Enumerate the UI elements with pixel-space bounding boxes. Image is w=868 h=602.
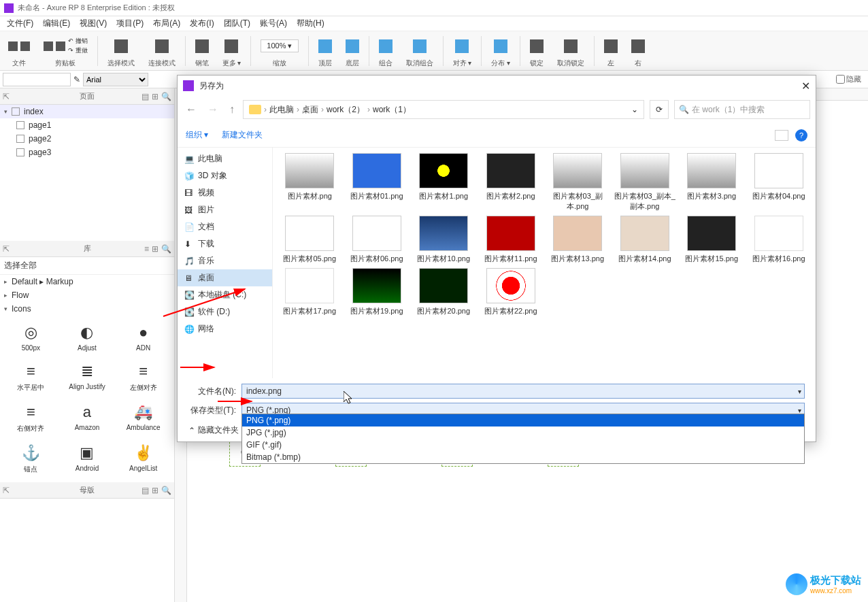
page-item-page1[interactable]: page1 [0,118,174,132]
select-mode-icon[interactable] [114,39,128,53]
filetype-option[interactable]: GIF (*.gif) [242,439,804,451]
library-filter[interactable]: 选择全部 [0,257,174,275]
back-button[interactable]: ← [183,103,199,116]
copy-icon[interactable] [56,41,65,51]
page-item-page2[interactable]: page2 [0,132,174,146]
new-icon[interactable] [8,41,18,51]
menu-account[interactable]: 账号(A) [256,16,291,31]
sidebar-item[interactable]: ⬇下载 [178,235,272,252]
sidebar-item[interactable]: 📄文档 [178,218,272,235]
style-input[interactable] [3,73,71,86]
library-icon-item[interactable]: ◎500px [4,320,58,356]
redo-button[interactable]: ↷ 重做 [68,46,88,55]
panel-collapse-icon[interactable]: ⇱ [3,486,10,495]
file-item[interactable]: 图片素材19.png [346,268,409,316]
lib-group-markup[interactable]: ▸Default ▸ Markup [0,275,174,288]
menu-help[interactable]: 帮助(H) [293,16,329,31]
lock-icon[interactable] [530,39,544,53]
library-icon-item[interactable]: ≡右侧对齐 [4,399,58,437]
pen-icon[interactable] [195,39,209,53]
help-icon[interactable]: ? [795,129,807,141]
menu-view[interactable]: 视图(V) [76,16,111,31]
hidden-checkbox[interactable] [836,75,845,84]
style-brush-icon[interactable]: ✎ [73,75,80,84]
close-button[interactable]: ✕ [801,80,810,93]
open-icon[interactable] [20,41,30,51]
search-icon[interactable]: 🔍 [161,244,171,254]
file-item[interactable]: 图片素材05.png [278,216,341,264]
file-item[interactable]: 图片素材16.png [748,216,811,264]
library-icon-item[interactable]: ⚓锚点 [4,440,58,478]
file-item[interactable]: 图片素材04.png [748,153,811,212]
file-item[interactable]: 图片素材2.png [480,153,543,212]
breadcrumb[interactable]: ›此电脑 ›桌面 ›work（2） ›work（1） ⌄ [243,100,644,119]
left-icon[interactable] [604,39,618,53]
panel-collapse-icon[interactable]: ⇱ [3,92,10,101]
new-folder-button[interactable]: 新建文件夹 [222,129,263,141]
add-page-icon[interactable]: ▤ [141,92,149,101]
lib-group-icons[interactable]: ▾Icons [0,302,174,316]
align-icon[interactable] [455,39,469,53]
file-item[interactable]: 图片素材22.png [480,268,543,316]
library-icon-item[interactable]: ≣Align Justify [61,358,114,397]
library-icon-item[interactable]: aAmazon [61,399,114,437]
lib-group-flow[interactable]: ▸Flow [0,288,174,302]
search-input[interactable]: 🔍在 work（1）中搜索 [674,100,810,119]
cut-icon[interactable] [44,41,53,51]
library-icon-item[interactable]: 🚑Ambulance [116,399,170,437]
filetype-option[interactable]: Bitmap (*.bmp) [242,451,804,463]
file-item[interactable]: 图片素材01.png [346,153,409,212]
font-select[interactable]: Arial [83,73,148,86]
file-item[interactable]: 图片素材10.png [412,216,475,264]
undo-button[interactable]: ↶ 撤销 [68,37,88,46]
file-item[interactable]: 图片素材1.png [412,153,475,212]
distribute-icon[interactable] [494,39,507,53]
menu-file[interactable]: 文件(F) [3,16,37,31]
add-folder-icon[interactable]: ⊞ [152,486,158,495]
file-item[interactable]: 图片素材03_副本_副本.png [614,153,677,212]
add-master-icon[interactable]: ▤ [141,486,149,495]
sidebar-item[interactable]: 🎵音乐 [178,252,272,269]
refresh-button[interactable]: ⟳ [650,100,669,119]
library-icon-item[interactable]: ◐Adjust [61,320,114,356]
sidebar-item[interactable]: 🖥桌面 [178,269,272,286]
up-button[interactable]: ↑ [227,103,237,116]
library-icon-item[interactable]: ▣Android [61,440,114,478]
connect-mode-icon[interactable] [155,39,169,53]
lib-menu-icon[interactable]: ≡ [144,244,149,254]
view-mode-button[interactable] [775,130,788,141]
sidebar-item[interactable]: 🖼图片 [178,201,272,218]
group-icon[interactable] [379,39,393,53]
sidebar-item[interactable]: 🌐网络 [178,320,272,337]
sidebar-item[interactable]: 💻此电脑 [178,150,272,167]
sidebar-item[interactable]: 🧊3D 对象 [178,167,272,184]
organize-button[interactable]: 组织 ▾ [186,129,208,141]
file-item[interactable]: 图片素材06.png [346,216,409,264]
file-item[interactable]: 图片素材3.png [680,153,744,212]
library-icon-item[interactable]: ✌AngelList [116,440,170,478]
menu-publish[interactable]: 发布(I) [186,16,218,31]
sidebar-item[interactable]: 🎞视频 [178,184,272,201]
file-item[interactable]: 图片素材13.png [546,216,610,264]
zoom-combo[interactable]: 100% ▾ [261,39,298,52]
filename-input[interactable]: index.png▾ [241,384,805,399]
library-icon-item[interactable]: ≡水平居中 [4,358,58,397]
menu-edit[interactable]: 编辑(E) [39,16,74,31]
ungroup-icon[interactable] [413,39,427,53]
add-lib-icon[interactable]: ⊞ [152,244,158,254]
file-item[interactable]: 图片素材11.png [480,216,543,264]
unlock-icon[interactable] [564,39,578,53]
file-item[interactable]: 图片素材20.png [412,268,475,316]
file-item[interactable]: 图片素材.png [278,153,341,212]
panel-collapse-icon[interactable]: ⇱ [3,244,10,254]
library-icon-item[interactable]: ≡左侧对齐 [116,358,170,397]
bottom-icon[interactable] [346,39,359,53]
library-icon-item[interactable]: ●ADN [116,320,170,356]
page-item-index[interactable]: ▾index [0,105,174,118]
file-item[interactable]: 图片素材03_副本.png [546,153,610,212]
search-icon[interactable]: 🔍 [161,486,171,495]
page-item-page3[interactable]: page3 [0,146,174,159]
file-item[interactable]: 图片素材15.png [680,216,744,264]
file-item[interactable]: 图片素材17.png [278,268,341,316]
file-item[interactable]: 图片素材14.png [614,216,677,264]
